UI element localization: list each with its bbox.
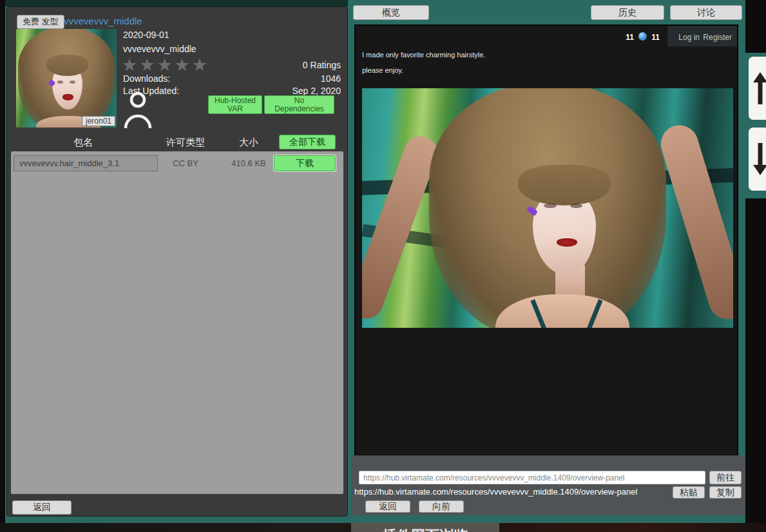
- resource-date: 2020-09-01: [123, 30, 169, 40]
- license-value: CC BY: [173, 158, 198, 168]
- no-dependencies-badge: No Dependencies: [264, 95, 334, 114]
- cutoff-panel-header: 插件网页浏览: [351, 523, 499, 532]
- copy-button[interactable]: 复制: [709, 486, 742, 499]
- downloads-value: 1046: [321, 73, 341, 84]
- likes-count-left: 11: [626, 33, 634, 42]
- no-deps-line1: No: [294, 97, 304, 105]
- package-name-cell[interactable]: vvvevevvv.hair_middle_3.1: [14, 155, 158, 171]
- thumb-eye-right: [70, 81, 75, 84]
- ratings-count: 0 Ratings: [303, 60, 341, 70]
- author-name-tag: jeron01: [82, 116, 115, 126]
- hub-hosted-line2: VAR: [227, 105, 243, 113]
- register-link[interactable]: Register: [703, 33, 732, 42]
- description-line-1: I made only favorite charming hairstyle.: [362, 51, 485, 59]
- likes-count-right: 11: [651, 33, 660, 42]
- download-button[interactable]: 下载: [274, 155, 336, 171]
- no-deps-line2: Dependencies: [274, 105, 324, 113]
- likes-gem-icon: [638, 32, 647, 41]
- vam-hub-browser: 免费 发型 vvvevevvv_middle jeron01 2020-09-0…: [0, 0, 766, 532]
- back-button-left[interactable]: 返回: [12, 500, 72, 515]
- hub-webview: 11 11 Log in Register I made only favori…: [354, 24, 738, 456]
- arm-right: [656, 120, 733, 324]
- rating-stars[interactable]: ★★★★★: [122, 55, 209, 75]
- size-value: 410.6 KB: [231, 158, 266, 168]
- background-scene-strip: 插件网页浏览: [0, 523, 766, 532]
- scroll-up-button[interactable]: [749, 57, 766, 120]
- thumb-lips: [62, 94, 73, 100]
- column-size: 大小: [239, 137, 258, 149]
- package-list: vvvevevvv.hair_middle_3.1 CC BY 410.6 KB…: [11, 151, 343, 494]
- tab-history[interactable]: 历史: [591, 5, 664, 20]
- url-input[interactable]: https://hub.virtamate.com/resources/vvve…: [359, 471, 705, 484]
- hub-hosted-var-badge: Hub-Hosted VAR: [208, 95, 262, 114]
- tab-discussion[interactable]: 讨论: [670, 5, 742, 20]
- preview-image: [362, 88, 733, 328]
- downloads-label: Downloads:: [123, 73, 170, 84]
- lips: [557, 238, 577, 247]
- thumb-eye-left: [57, 81, 63, 84]
- resource-info-panel: 免费 发型 vvvevevvv_middle jeron01 2020-09-0…: [6, 6, 348, 517]
- resource-thumbnail: jeron01: [16, 29, 117, 128]
- address-control-bar: https://hub.virtamate.com/resources/vvve…: [351, 455, 745, 515]
- resource-title-link[interactable]: vvvevevvv_middle: [64, 15, 142, 26]
- eye-right: [570, 204, 583, 208]
- canvas-top-shade: [5, 0, 348, 6]
- column-package-name: 包名: [73, 137, 93, 149]
- login-link[interactable]: Log in: [678, 33, 700, 42]
- download-all-button[interactable]: 全部下载: [279, 135, 336, 149]
- nav-back-button[interactable]: 返回: [365, 500, 410, 513]
- down-arrow-icon: [753, 165, 766, 175]
- thumbnail-image: [16, 29, 117, 128]
- eye-left: [544, 204, 557, 208]
- resource-name: vvvevevvv_middle: [123, 44, 196, 54]
- current-url-text: https://hub.virtamate.com/resources/vvve…: [354, 487, 637, 497]
- user-icon: [123, 91, 153, 129]
- free-hairstyle-badge: 免费 发型: [17, 15, 64, 29]
- go-button[interactable]: 前往: [709, 471, 742, 484]
- scroll-strip: [745, 53, 766, 198]
- scroll-down-button[interactable]: [749, 128, 766, 191]
- last-updated-value: Sep 2, 2020: [292, 86, 341, 96]
- bangs: [518, 165, 611, 205]
- description-line-2: please enjoy.: [362, 66, 403, 74]
- tab-overview[interactable]: 概览: [353, 5, 429, 20]
- nav-forward-button[interactable]: 向前: [419, 500, 464, 513]
- paste-button[interactable]: 粘贴: [673, 486, 705, 499]
- hub-hosted-line1: Hub-Hosted: [215, 97, 256, 105]
- cutoff-panel-label: 插件网页浏览: [383, 526, 468, 532]
- column-license-type: 许可类型: [166, 137, 205, 149]
